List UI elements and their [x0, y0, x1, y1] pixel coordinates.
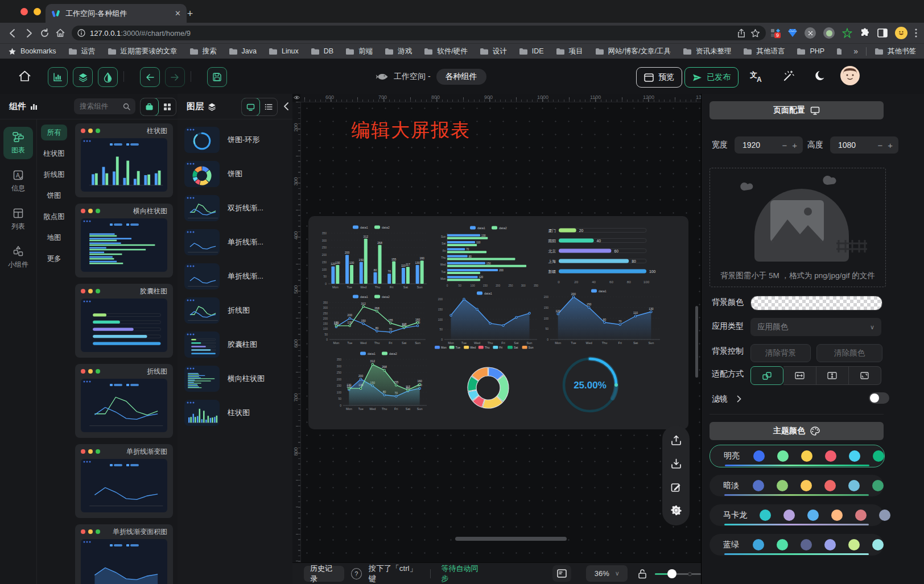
bookmark-folder[interactable]: 网站/博客/文章/工具	[595, 47, 671, 56]
dual-line-chart[interactable]: data1data2050100150200250300350MonTueWed…	[319, 292, 427, 346]
canvas-area[interactable]: 6007008009001000110012001300 20030040050…	[292, 94, 701, 584]
layer-item[interactable]: 折线图	[184, 295, 289, 326]
component-card[interactable]: 单折线渐变面积图	[75, 524, 173, 584]
back-icon[interactable]	[5, 25, 20, 41]
collapse-panel-icon[interactable]	[283, 102, 288, 110]
height-minus-button[interactable]: −	[877, 140, 882, 150]
bookmark-folder[interactable]: 资讯未整理	[683, 47, 732, 56]
bookmark-folder[interactable]: 项目	[556, 47, 583, 56]
green-star-extension-icon[interactable]	[842, 28, 852, 38]
theme-row-2[interactable]: 马卡龙	[710, 504, 884, 526]
theme-row-3[interactable]: 蓝绿	[710, 534, 884, 556]
bookmark-folder[interactable]: DB	[311, 47, 333, 55]
chevron-right-icon[interactable]	[737, 395, 741, 403]
progress-ring[interactable]: 25.00%	[550, 345, 630, 423]
vertical-scrollbar[interactable]	[695, 306, 698, 378]
browser-tab[interactable]: 工作空间-各种组件 ✕	[46, 4, 187, 23]
layer-item[interactable]: 柱状图	[184, 397, 289, 428]
horizontal-bar-chart[interactable]: data1data2050100150200250300350Mon120Tue…	[435, 224, 545, 288]
close-window-icon[interactable]	[20, 8, 28, 15]
browser-menu-icon[interactable]	[915, 28, 917, 38]
lock-icon[interactable]	[638, 569, 647, 579]
bookmark-folder[interactable]: IDE	[519, 47, 544, 55]
user-avatar[interactable]	[840, 66, 860, 85]
reload-icon[interactable]	[36, 25, 52, 41]
gem-extension-icon[interactable]	[788, 28, 797, 38]
bookmark-folder[interactable]: 文件服务器	[836, 47, 842, 56]
app-type-select[interactable]: 应用颜色∨	[750, 318, 881, 336]
bookmark-folder[interactable]: 游戏	[385, 47, 412, 56]
filter-item-4[interactable]: 散点图	[41, 209, 67, 225]
component-card[interactable]: 柱状图	[75, 123, 173, 197]
bookmark-folder[interactable]: 软件/硬件	[424, 47, 467, 56]
component-view-box-button[interactable]	[140, 98, 159, 116]
component-card[interactable]: 单折线渐变图	[75, 444, 173, 518]
background-color-picker[interactable]	[750, 296, 882, 310]
preview-button[interactable]: 预览	[636, 67, 682, 88]
filter-item-2[interactable]: 折线图	[41, 167, 67, 183]
component-view-grid-button[interactable]	[158, 98, 176, 115]
minimize-window-icon[interactable]	[34, 8, 41, 15]
width-plus-button[interactable]: +	[792, 140, 797, 150]
undo-button[interactable]	[140, 67, 160, 87]
bookmarks-manager[interactable]: Bookmarks	[8, 47, 56, 56]
clear-color-button[interactable]: 清除颜色	[816, 344, 882, 362]
dashboard-title-text[interactable]: 编辑大屏报表	[351, 118, 471, 143]
export-button[interactable]	[669, 433, 683, 448]
charts-panel-toggle-button[interactable]	[48, 67, 68, 87]
single-line-chart[interactable]: data1050100150200MonTueWedThuFriSatSun	[434, 289, 538, 346]
height-stepper[interactable]: 1080 −+	[830, 136, 898, 154]
fit-stretch-button[interactable]	[849, 366, 881, 385]
layer-item[interactable]: 横向柱状图	[184, 363, 289, 394]
background-upload-area[interactable]: 背景图需小于 5M ，格式为 png/jpg/gif 的文件	[710, 168, 886, 287]
component-card[interactable]: 折线图	[75, 364, 173, 438]
filter-toggle[interactable]	[869, 392, 889, 404]
bookmark-star-icon[interactable]	[750, 28, 760, 38]
zoom-select[interactable]: 36%∨	[586, 565, 628, 582]
sidebar-category-3[interactable]: 小组件	[3, 241, 33, 274]
filter-item-1[interactable]: 柱状图	[41, 146, 67, 161]
extension-circle-icon[interactable]	[805, 27, 816, 39]
detail-panel-button[interactable]	[552, 565, 572, 582]
publish-button[interactable]: 已发布	[684, 67, 739, 88]
details-panel-toggle-button[interactable]	[98, 67, 118, 87]
tab-close-icon[interactable]: ✕	[175, 9, 181, 18]
extension-dot-icon[interactable]	[823, 27, 835, 39]
filter-item-6[interactable]: 更多	[41, 251, 67, 267]
profile-avatar[interactable]	[895, 27, 908, 39]
layer-item[interactable]: 单折线渐...	[184, 261, 289, 292]
bookmark-folder[interactable]: 设计	[480, 47, 507, 56]
bookmark-folder[interactable]: Java	[229, 47, 257, 55]
layer-item[interactable]: 胶囊柱图	[184, 329, 289, 360]
bookmark-folder[interactable]: 搜索	[189, 47, 217, 56]
capsule-chart[interactable]: 厦门20南阳40北京60上海80新疆100020406080100	[541, 224, 662, 284]
layer-item[interactable]: 双折线渐...	[184, 193, 289, 223]
url-text[interactable]: 127.0.0.1:3000/#/chart/home/9	[90, 29, 732, 38]
gradient-line-chart[interactable]: data1050100150200MonTueWedThuFriSatSun12…	[539, 287, 661, 346]
history-button[interactable]: 历史记录	[304, 566, 344, 582]
fit-width-button[interactable]	[783, 366, 816, 385]
layers-thumbnail-view-button[interactable]	[241, 98, 260, 116]
other-bookmarks[interactable]: 其他书签	[874, 47, 916, 56]
layer-item[interactable]: 饼图-环形	[184, 125, 289, 155]
extension-icon[interactable]: 9	[770, 28, 781, 38]
sidebar-category-1[interactable]: A信息	[3, 165, 33, 197]
component-search[interactable]	[74, 98, 135, 114]
width-stepper[interactable]: 1920 −+	[735, 136, 803, 154]
bookmarks-overflow-icon[interactable]: »	[853, 47, 858, 56]
dashboard-preview[interactable]: data1data2050100150200250300350Mon120130…	[308, 216, 688, 429]
component-card[interactable]: 胶囊柱图	[75, 284, 173, 358]
layers-list-view-button[interactable]	[259, 98, 277, 115]
url-bar[interactable]: 127.0.0.1:3000/#/chart/home/9	[72, 26, 766, 40]
home-icon[interactable]	[52, 25, 68, 41]
ruler-eye-icon[interactable]	[294, 94, 300, 101]
save-button[interactable]	[207, 67, 227, 87]
sidebar-category-2[interactable]: 列表	[3, 203, 33, 235]
zoom-slider[interactable]	[655, 569, 701, 578]
magic-wand-icon[interactable]	[782, 70, 794, 82]
bar-chart[interactable]: data1data2050100150200250300350Mon120130…	[317, 223, 428, 290]
component-search-input[interactable]	[79, 102, 121, 111]
component-card[interactable]: 横向柱状图	[75, 204, 173, 277]
sidebar-category-0[interactable]: 图表	[3, 127, 33, 159]
app-home-icon[interactable]	[18, 70, 31, 82]
